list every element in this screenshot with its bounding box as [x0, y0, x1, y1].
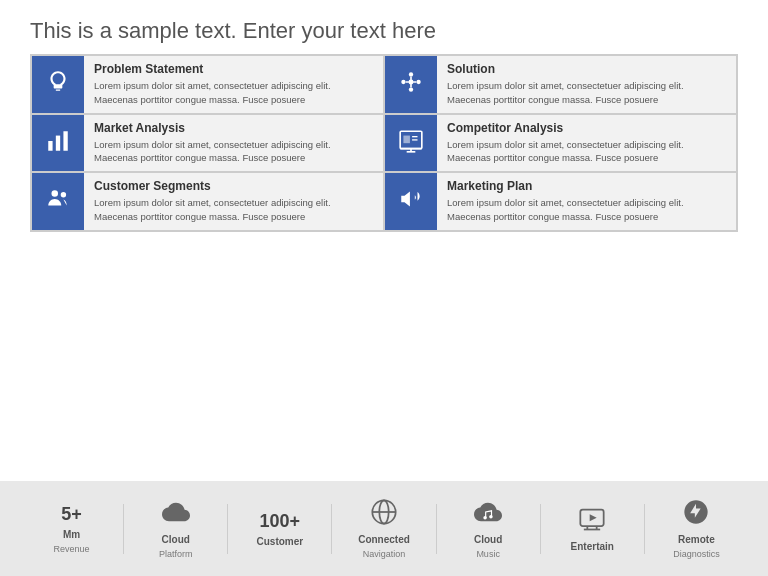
cell-text-1-left: Lorem ipsum dolor sit amet, consectetuer… [94, 138, 373, 166]
cell-body-0-left: Problem StatementLorem ipsum dolor sit a… [84, 56, 383, 113]
footer-label-cloud-platform: Cloud [162, 534, 190, 545]
footer-icon-cloud-platform [162, 498, 190, 530]
svg-point-20 [483, 516, 487, 520]
svg-rect-6 [56, 135, 60, 150]
cell-body-0-right: SolutionLorem ipsum dolor sit amet, cons… [437, 56, 736, 113]
cell-icon-0-left [45, 69, 71, 99]
svg-point-21 [489, 515, 493, 519]
footer-number-customer: 100+ [260, 511, 301, 532]
svg-point-15 [52, 191, 59, 198]
cell-icon-col-2-right [385, 173, 437, 230]
footer: 5+MmRevenueCloudPlatform100+CustomerConn… [0, 481, 768, 576]
cell-title-2-right: Marketing Plan [447, 179, 726, 193]
footer-item-cloud-platform: CloudPlatform [124, 498, 227, 559]
main-container: This is a sample text. Enter your text h… [0, 0, 768, 576]
cell-text-0-right: Lorem ipsum dolor sit amet, consectetuer… [447, 79, 726, 107]
cell-text-0-left: Lorem ipsum dolor sit amet, consectetuer… [94, 79, 373, 107]
page-title: This is a sample text. Enter your text h… [30, 18, 738, 44]
header: This is a sample text. Enter your text h… [0, 0, 768, 54]
footer-icon-connected-nav [370, 498, 398, 530]
grid-cell-1-right: Competitor AnalysisLorem ipsum dolor sit… [384, 114, 737, 173]
cell-icon-0-right [398, 69, 424, 99]
svg-rect-4 [409, 80, 413, 84]
svg-point-0 [401, 80, 405, 84]
cell-title-0-right: Solution [447, 62, 726, 76]
footer-label-connected-nav: Connected [358, 534, 410, 545]
cell-text-1-right: Lorem ipsum dolor sit amet, consectetuer… [447, 138, 726, 166]
footer-item-entertain: Entertain [541, 505, 644, 552]
footer-sub-connected-nav: Navigation [363, 549, 406, 559]
footer-label-entertain: Entertain [571, 541, 614, 552]
cell-icon-1-right [398, 128, 424, 158]
content-area: Problem StatementLorem ipsum dolor sit a… [0, 54, 768, 481]
footer-sub-revenue: Revenue [54, 544, 90, 554]
footer-item-cloud-music: CloudMusic [437, 498, 540, 559]
footer-item-customer: 100+Customer [228, 511, 331, 547]
cell-icon-2-left [45, 186, 71, 216]
cell-title-1-right: Competitor Analysis [447, 121, 726, 135]
footer-item-remote-diagnostics: RemoteDiagnostics [645, 498, 748, 559]
footer-item-connected-nav: ConnectedNavigation [332, 498, 435, 559]
footer-number-revenue: 5+ [61, 504, 82, 525]
footer-sub-cloud-platform: Platform [159, 549, 193, 559]
cell-text-2-left: Lorem ipsum dolor sit amet, consectetuer… [94, 196, 373, 224]
footer-label-revenue: Mm [63, 529, 80, 540]
footer-icon-cloud-music [474, 498, 502, 530]
svg-point-16 [61, 192, 66, 197]
grid-cell-0-left: Problem StatementLorem ipsum dolor sit a… [31, 55, 384, 114]
svg-rect-7 [63, 131, 67, 151]
cell-title-0-left: Problem Statement [94, 62, 373, 76]
cell-body-2-left: Customer SegmentsLorem ipsum dolor sit a… [84, 173, 383, 230]
footer-label-customer: Customer [257, 536, 304, 547]
cell-title-1-left: Market Analysis [94, 121, 373, 135]
svg-rect-5 [48, 141, 52, 151]
cell-body-2-right: Marketing PlanLorem ipsum dolor sit amet… [437, 173, 736, 230]
cell-body-1-left: Market AnalysisLorem ipsum dolor sit ame… [84, 115, 383, 172]
cell-body-1-right: Competitor AnalysisLorem ipsum dolor sit… [437, 115, 736, 172]
grid-cell-2-left: Customer SegmentsLorem ipsum dolor sit a… [31, 172, 384, 231]
cell-icon-1-left [45, 128, 71, 158]
svg-point-3 [409, 88, 413, 92]
cell-text-2-right: Lorem ipsum dolor sit amet, consectetuer… [447, 196, 726, 224]
grid-cell-2-right: Marketing PlanLorem ipsum dolor sit amet… [384, 172, 737, 231]
svg-rect-8 [400, 131, 422, 148]
footer-label-remote-diagnostics: Remote [678, 534, 715, 545]
footer-item-revenue: 5+MmRevenue [20, 504, 123, 554]
svg-rect-12 [403, 135, 410, 143]
svg-point-1 [409, 73, 413, 77]
cell-icon-col-2-left [32, 173, 84, 230]
svg-point-2 [416, 80, 420, 84]
cell-icon-2-right [398, 186, 424, 216]
grid: Problem StatementLorem ipsum dolor sit a… [30, 54, 738, 232]
footer-sub-remote-diagnostics: Diagnostics [673, 549, 720, 559]
footer-label-cloud-music: Cloud [474, 534, 502, 545]
cell-icon-col-0-right [385, 56, 437, 113]
footer-sub-cloud-music: Music [476, 549, 500, 559]
cell-title-2-left: Customer Segments [94, 179, 373, 193]
svg-marker-26 [590, 514, 597, 521]
cell-icon-col-1-left [32, 115, 84, 172]
footer-icon-remote-diagnostics [682, 498, 710, 530]
grid-cell-0-right: SolutionLorem ipsum dolor sit amet, cons… [384, 55, 737, 114]
cell-icon-col-0-left [32, 56, 84, 113]
cell-icon-col-1-right [385, 115, 437, 172]
footer-icon-entertain [578, 505, 606, 537]
grid-cell-1-left: Market AnalysisLorem ipsum dolor sit ame… [31, 114, 384, 173]
